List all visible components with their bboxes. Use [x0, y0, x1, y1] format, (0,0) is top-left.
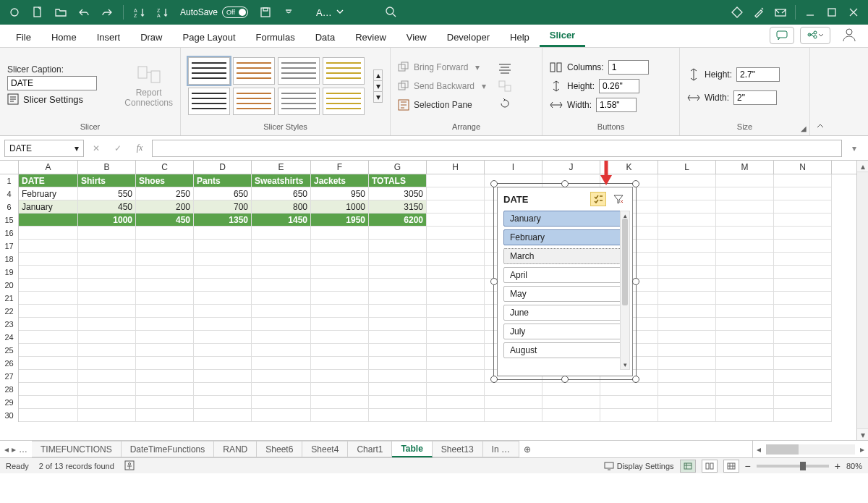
- cell[interactable]: Shirts: [78, 174, 136, 187]
- sheet-tab[interactable]: Table: [392, 441, 432, 457]
- undo-icon[interactable]: [74, 2, 94, 22]
- cell[interactable]: [658, 200, 716, 214]
- cell[interactable]: [658, 396, 716, 409]
- cell[interactable]: Sweatshirts: [252, 174, 311, 187]
- cell[interactable]: [369, 279, 427, 292]
- scroll-down-icon[interactable]: ▾: [857, 428, 868, 440]
- cell[interactable]: [774, 344, 832, 357]
- cell[interactable]: [194, 409, 252, 422]
- page-layout-view-icon[interactable]: [702, 460, 718, 473]
- cell[interactable]: [658, 383, 716, 396]
- cell[interactable]: DATE: [19, 174, 78, 187]
- cell[interactable]: [78, 331, 136, 344]
- cell[interactable]: [427, 266, 485, 279]
- cell[interactable]: [78, 409, 136, 422]
- pen-sparkle-icon[interactable]: [749, 2, 769, 22]
- cell[interactable]: [774, 187, 832, 200]
- cell[interactable]: [369, 318, 427, 331]
- column-header[interactable]: E: [252, 161, 311, 174]
- cell[interactable]: [19, 305, 78, 318]
- cell[interactable]: [19, 370, 78, 383]
- sort-desc-icon[interactable]: ZA: [153, 2, 173, 22]
- cell[interactable]: [252, 370, 311, 383]
- cell[interactable]: [774, 292, 832, 305]
- cell[interactable]: [194, 240, 252, 253]
- cell[interactable]: Jackets: [311, 174, 369, 187]
- cell[interactable]: [369, 331, 427, 344]
- cell[interactable]: [136, 318, 194, 331]
- cell[interactable]: 3150: [369, 200, 427, 214]
- row-header[interactable]: 15: [0, 214, 19, 227]
- cell[interactable]: [716, 344, 774, 357]
- name-box[interactable]: DATE▾: [4, 140, 84, 157]
- cell[interactable]: [427, 253, 485, 266]
- cell[interactable]: 1350: [194, 214, 252, 227]
- cell[interactable]: [774, 214, 832, 227]
- zoom-out-icon[interactable]: −: [745, 460, 751, 472]
- cell[interactable]: [369, 383, 427, 396]
- maximize-icon[interactable]: [822, 2, 842, 22]
- column-header[interactable]: B: [78, 161, 136, 174]
- cell[interactable]: [774, 396, 832, 409]
- cell[interactable]: [716, 187, 774, 200]
- cancel-icon[interactable]: ✕: [87, 140, 106, 157]
- row-header[interactable]: 18: [0, 253, 19, 266]
- cell[interactable]: [658, 292, 716, 305]
- cell[interactable]: [19, 396, 78, 409]
- cell[interactable]: [658, 409, 716, 422]
- cell[interactable]: [252, 357, 311, 370]
- row-header[interactable]: 19: [0, 266, 19, 279]
- cell[interactable]: [311, 357, 369, 370]
- multiselect-icon[interactable]: [590, 192, 606, 206]
- cell[interactable]: 1950: [311, 214, 369, 227]
- column-header[interactable]: G: [369, 161, 427, 174]
- cell[interactable]: [252, 396, 311, 409]
- slicer-item[interactable]: August: [503, 342, 626, 358]
- cell[interactable]: [252, 409, 311, 422]
- cell[interactable]: [369, 344, 427, 357]
- cell[interactable]: [774, 174, 832, 187]
- cell[interactable]: [311, 305, 369, 318]
- cell[interactable]: [485, 383, 542, 396]
- columns-input[interactable]: [608, 60, 649, 75]
- cell[interactable]: [600, 396, 658, 409]
- cell[interactable]: [716, 292, 774, 305]
- cell[interactable]: [252, 253, 311, 266]
- zoom-level[interactable]: 80%: [846, 462, 862, 470]
- sheet-nav-prev-icon[interactable]: ◂: [4, 444, 9, 455]
- sheet-tab[interactable]: Chart1: [348, 441, 392, 457]
- cell[interactable]: [252, 305, 311, 318]
- scroll-thumb[interactable]: [622, 219, 628, 305]
- cell[interactable]: 200: [136, 200, 194, 214]
- cell[interactable]: 6200: [369, 214, 427, 227]
- cell[interactable]: [19, 409, 78, 422]
- cell[interactable]: [485, 174, 542, 187]
- cell[interactable]: [19, 240, 78, 253]
- cell[interactable]: [311, 318, 369, 331]
- cell[interactable]: [311, 227, 369, 240]
- cell[interactable]: [194, 344, 252, 357]
- cell[interactable]: [311, 266, 369, 279]
- save-icon[interactable]: [255, 2, 276, 22]
- cell[interactable]: [136, 240, 194, 253]
- cell[interactable]: [369, 396, 427, 409]
- cell[interactable]: [658, 305, 716, 318]
- cell[interactable]: [136, 292, 194, 305]
- gallery-expand-icon[interactable]: ▾: [374, 92, 382, 102]
- cell[interactable]: [136, 344, 194, 357]
- tab-help[interactable]: Help: [500, 28, 540, 47]
- hscroll-left-icon[interactable]: ◂: [753, 441, 765, 457]
- ribbon-collapse-icon[interactable]: [810, 48, 830, 135]
- cell[interactable]: 250: [136, 187, 194, 200]
- cell[interactable]: [658, 214, 716, 227]
- sheet-tab[interactable]: Sheet4: [302, 441, 348, 457]
- style-thumb-7[interactable]: [278, 88, 320, 115]
- cell[interactable]: [19, 383, 78, 396]
- cell[interactable]: [78, 227, 136, 240]
- cell[interactable]: [369, 266, 427, 279]
- cell[interactable]: [136, 370, 194, 383]
- hscroll-thumb[interactable]: [766, 444, 799, 455]
- size-dialog-launcher-icon[interactable]: ◢: [801, 124, 807, 132]
- cell[interactable]: Shoes: [136, 174, 194, 187]
- cell[interactable]: [194, 318, 252, 331]
